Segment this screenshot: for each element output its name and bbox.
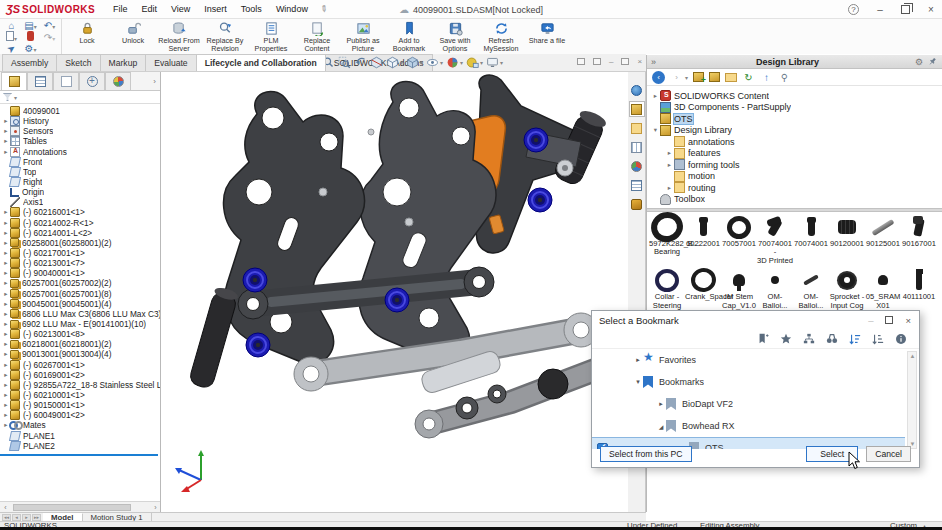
- library-thumbnail[interactable]: 70057001: [721, 215, 757, 265]
- move-up-icon[interactable]: ↑: [760, 71, 773, 84]
- doc-window-icon-2[interactable]: [593, 58, 601, 65]
- design-library-tree-item[interactable]: OTS: [651, 113, 942, 125]
- design-library-tree-item[interactable]: Design Library: [651, 125, 942, 137]
- tab-solidworks-resources[interactable]: [629, 82, 645, 98]
- library-thumbnail[interactable]: 70074001: [793, 215, 829, 265]
- search-binoculars-icon[interactable]: [826, 333, 838, 345]
- feature-tree-item[interactable]: 90013001(90013004)(4): [2, 349, 160, 359]
- feature-tree-item[interactable]: 60257001(60257001)(8): [2, 289, 160, 299]
- minimize-button[interactable]: –: [873, 4, 887, 15]
- refresh-icon[interactable]: ↻: [742, 71, 755, 84]
- expand-arrow-icon[interactable]: [2, 249, 10, 257]
- expand-arrow-icon[interactable]: [2, 310, 10, 318]
- sort-ascending-icon[interactable]: [849, 333, 861, 345]
- panel-tabs-overflow-arrow[interactable]: ›: [153, 77, 156, 86]
- expand-arrow-icon[interactable]: [665, 184, 674, 192]
- library-thumbnail[interactable]: 90125001: [865, 215, 901, 265]
- expand-arrow-icon[interactable]: [2, 320, 10, 328]
- dialog-scrollbar[interactable]: [907, 351, 917, 449]
- expand-arrow-icon[interactable]: [2, 279, 10, 287]
- expand-arrow-icon[interactable]: [2, 340, 10, 348]
- pane-options-gear-icon[interactable]: ⚙: [915, 57, 923, 67]
- state-icon[interactable]: [27, 31, 34, 43]
- pin-menu-icon[interactable]: ✎: [318, 3, 330, 16]
- expand-arrow-icon[interactable]: [2, 350, 10, 358]
- refresh-mysession-button[interactable]: Refresh MySession▾: [478, 20, 524, 54]
- tab-configuration-manager[interactable]: [53, 72, 79, 90]
- feature-tree-item[interactable]: Right: [2, 177, 160, 187]
- tree-rollback-bar[interactable]: [0, 454, 158, 456]
- doc-window-icon[interactable]: [577, 58, 585, 65]
- sort-descending-icon[interactable]: [872, 333, 884, 345]
- replace-content-button[interactable]: Replace Content▾: [294, 20, 340, 54]
- bookmark-tree-item[interactable]: Bookmarks: [592, 371, 919, 393]
- expand-arrow-icon[interactable]: [633, 378, 643, 386]
- edit-appearance-icon[interactable]: ▾: [446, 56, 463, 69]
- pin-icon[interactable]: [928, 57, 937, 66]
- add-file-location-icon[interactable]: [709, 72, 720, 82]
- feature-tree-item[interactable]: 60257001(60257002)(2): [2, 278, 160, 288]
- undo-icon[interactable]: ↶▾: [44, 20, 55, 31]
- expand-arrow-icon[interactable]: [2, 411, 10, 419]
- expand-arrow-icon[interactable]: [2, 148, 10, 156]
- add-to-bookmark-button[interactable]: Add to Bookmark▾: [386, 20, 432, 54]
- add-bookmark-icon[interactable]: [757, 333, 769, 345]
- expand-arrow-icon[interactable]: [2, 330, 10, 338]
- first-tab-icon[interactable]: ◂◂: [2, 514, 11, 521]
- expand-arrow-icon[interactable]: [2, 137, 10, 145]
- bookmark-tree-item[interactable]: BioDapt VF2: [592, 393, 919, 415]
- library-thumbnail[interactable]: 90167001: [901, 215, 937, 265]
- feature-tree-item[interactable]: Annotations: [2, 147, 160, 157]
- design-library-tree-item[interactable]: motion: [651, 171, 942, 183]
- expand-arrow-icon[interactable]: [2, 290, 10, 298]
- help-icon[interactable]: ?: [848, 4, 859, 15]
- doc-close-button[interactable]: ×: [637, 57, 642, 66]
- scroll-left-arrow[interactable]: ‹: [0, 504, 11, 511]
- collapse-icon[interactable]: »: [651, 57, 656, 67]
- section-view-icon[interactable]: [370, 56, 383, 69]
- scroll-thumb[interactable]: [13, 504, 131, 511]
- cancel-button[interactable]: Cancel: [866, 446, 911, 462]
- design-library-tree-item[interactable]: routing: [651, 182, 942, 194]
- viewport-canvas[interactable]: [161, 72, 628, 512]
- command-tab[interactable]: Evaluate: [145, 54, 196, 71]
- scroll-right-arrow[interactable]: ›: [150, 504, 161, 511]
- dialog-minimize-button[interactable]: –: [868, 315, 873, 326]
- command-tab[interactable]: Sketch: [56, 54, 100, 71]
- bookmark-tree-item[interactable]: Favorites: [592, 349, 919, 371]
- replace-by-revision-button[interactable]: Replace By Revision▾: [202, 20, 248, 54]
- doc-minimize-button[interactable]: –: [609, 57, 613, 66]
- expand-arrow-icon[interactable]: [2, 391, 10, 399]
- menu-item[interactable]: Edit: [141, 4, 157, 14]
- display-style-icon[interactable]: ▾: [406, 56, 423, 69]
- next-tab-icon[interactable]: ▸: [22, 514, 31, 521]
- bookmark-tree-item[interactable]: Bowhead RX: [592, 415, 919, 437]
- feature-tree-item[interactable]: PLANE1: [2, 431, 160, 441]
- design-library-tree-item[interactable]: SOLIDWORKS Content: [651, 90, 942, 102]
- plm-properties-button[interactable]: PLM Properties▾: [248, 20, 294, 54]
- command-tab[interactable]: Lifecycle and Collaboration: [196, 54, 326, 71]
- feature-tree-item[interactable]: (-) 60267001<1>: [2, 360, 160, 370]
- feature-tree-item[interactable]: 90045001(90045001)(4): [2, 299, 160, 309]
- reload-from-server-button[interactable]: Reload From Server▾: [156, 20, 202, 54]
- toolbox-settings-icon[interactable]: ⚲: [778, 71, 791, 84]
- tab-dimxpert-manager[interactable]: [79, 72, 105, 90]
- feature-tree-item[interactable]: (-) 60214001-L<2>: [2, 228, 160, 238]
- menu-item[interactable]: Window: [276, 4, 308, 14]
- expand-arrow-icon[interactable]: [656, 400, 666, 408]
- expand-arrow-icon[interactable]: [2, 259, 10, 267]
- menu-item[interactable]: View: [171, 4, 190, 14]
- expand-arrow-icon[interactable]: [2, 208, 10, 216]
- expand-arrow-icon[interactable]: [2, 401, 10, 409]
- menu-item[interactable]: Tools: [241, 4, 262, 14]
- expand-arrow-icon[interactable]: [2, 127, 10, 135]
- feature-tree-item[interactable]: (-) 60169001<2>: [2, 370, 160, 380]
- tab-appearances[interactable]: [629, 158, 645, 174]
- library-thumbnail[interactable]: 90120001: [829, 215, 865, 265]
- expand-arrow-icon[interactable]: [2, 117, 10, 125]
- tab-design-library[interactable]: [629, 101, 645, 117]
- hide-show-items-icon[interactable]: ▾: [426, 56, 443, 69]
- feature-tree-item[interactable]: Origin: [2, 187, 160, 197]
- feature-tree-item[interactable]: Tables: [2, 136, 160, 146]
- zoom-to-area-icon[interactable]: [338, 56, 351, 69]
